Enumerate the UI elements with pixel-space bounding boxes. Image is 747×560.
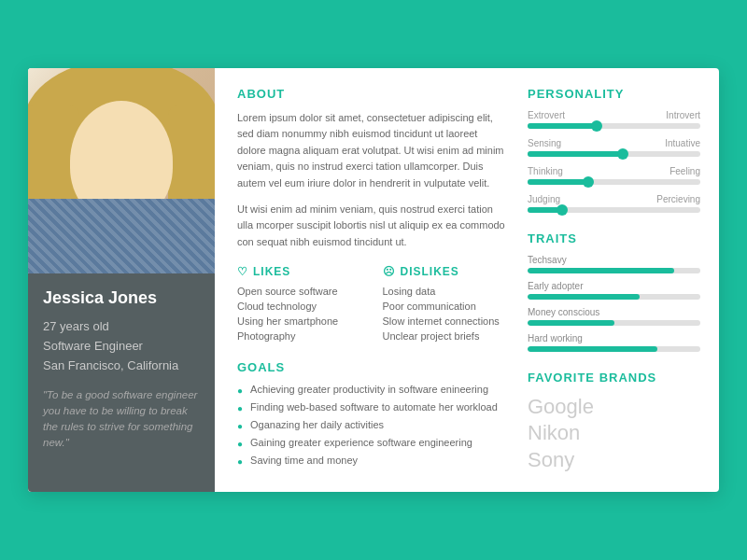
- heart-icon: [237, 265, 248, 278]
- personality-slider-row: Judging Percieving: [528, 194, 700, 213]
- about-para1: Lorem ipsum dolor sit amet, consectetuer…: [237, 110, 509, 192]
- list-item: Slow internet connections: [383, 315, 510, 327]
- slider-track[interactable]: [528, 179, 700, 185]
- trait-row: Money conscious: [528, 307, 700, 326]
- traits-title: TRAITS: [528, 231, 700, 245]
- brands-title: FAVORITE BRANDS: [528, 371, 700, 385]
- goal-item: ● Finding web-based software to automate…: [237, 401, 509, 413]
- list-item: Open source software: [237, 286, 364, 297]
- bullet-icon: ●: [237, 421, 243, 431]
- trait-fill: [528, 320, 614, 326]
- list-item: Cloud technology: [237, 301, 364, 312]
- brand-item: Nikon: [528, 420, 700, 447]
- about-section: ABOUT Lorem ipsum dolor sit amet, consec…: [237, 87, 509, 251]
- slider-labels: Extrovert Introvert: [528, 110, 700, 120]
- dislikes-title: DISLIKES: [383, 265, 510, 278]
- dislikes-column: DISLIKES Losing data Poor communication …: [383, 265, 510, 345]
- slider-left-label: Sensing: [528, 138, 561, 148]
- bullet-icon: ●: [237, 403, 243, 413]
- brand-item: Google: [528, 394, 700, 421]
- likes-column: LIKES Open source software Cloud technol…: [237, 265, 364, 345]
- trait-label: Early adopter: [528, 281, 700, 291]
- slider-thumb: [617, 148, 628, 160]
- about-title: ABOUT: [237, 87, 509, 101]
- trait-fill: [528, 294, 640, 300]
- list-item: Photography: [237, 330, 364, 342]
- profile-job: Software Engineer: [43, 339, 200, 353]
- bullet-icon: ●: [237, 439, 243, 449]
- slider-right-label: Intuative: [665, 138, 700, 148]
- profile-card: Jessica Jones 27 years old Software Engi…: [28, 68, 719, 493]
- trait-fill: [528, 268, 674, 273]
- right-panel: ABOUT Lorem ipsum dolor sit amet, consec…: [215, 68, 719, 493]
- likes-dislikes: LIKES Open source software Cloud technol…: [237, 265, 509, 345]
- goals-title: GOALS: [237, 360, 509, 374]
- list-item: Unclear project briefs: [383, 330, 510, 342]
- trait-row: Hard working: [528, 333, 700, 352]
- personality-section: PERSONALITY Extrovert Introvert Sensing …: [528, 87, 700, 213]
- goal-item: ● Achieving greater productivity in soft…: [237, 384, 509, 396]
- left-panel: Jessica Jones 27 years old Software Engi…: [28, 68, 215, 493]
- trait-label: Techsavy: [528, 255, 700, 265]
- personality-slider-row: Extrovert Introvert: [528, 110, 700, 129]
- goal-item: ● Saving time and money: [237, 455, 509, 467]
- slider-right-label: Introvert: [666, 110, 700, 120]
- profile-quote: "To be a good software engineer you have…: [43, 387, 200, 452]
- goal-item: ● Oganazing her daily activities: [237, 419, 509, 431]
- trait-track: [528, 346, 700, 352]
- about-para2: Ut wisi enim ad minim veniam, quis nostr…: [237, 202, 509, 251]
- trait-label: Hard working: [528, 333, 700, 343]
- profile-age: 27 years old: [43, 319, 200, 333]
- trait-row: Techsavy: [528, 255, 700, 273]
- personality-title: PERSONALITY: [528, 87, 700, 101]
- profile-location: San Francisco, California: [43, 358, 200, 372]
- sad-icon: [383, 265, 396, 278]
- list-item: Losing data: [383, 286, 510, 297]
- slider-right-label: Feeling: [669, 166, 700, 176]
- likes-title: LIKES: [237, 265, 364, 278]
- slider-right-label: Percieving: [656, 194, 700, 204]
- trait-row: Early adopter: [528, 281, 700, 300]
- trait-track: [528, 294, 700, 300]
- goal-item: ● Gaining greater experience software en…: [237, 437, 509, 449]
- slider-thumb: [557, 204, 568, 216]
- bullet-icon: ●: [237, 385, 243, 396]
- right-top: ABOUT Lorem ipsum dolor sit amet, consec…: [237, 87, 700, 474]
- trait-fill: [528, 346, 657, 352]
- trait-label: Money conscious: [528, 307, 700, 317]
- list-item: Poor communication: [383, 301, 510, 312]
- brands-section: FAVORITE BRANDS GoogleNikonSony: [528, 371, 700, 474]
- slider-left-label: Thinking: [528, 166, 563, 176]
- list-item: Using her smartphone: [237, 315, 364, 327]
- slider-labels: Sensing Intuative: [528, 138, 700, 148]
- traits-section: TRAITS Techsavy Early adopter Money cons…: [528, 231, 700, 352]
- goals-section: GOALS ● Achieving greater productivity i…: [237, 360, 509, 467]
- slider-left-label: Judging: [528, 194, 560, 204]
- trait-track: [528, 320, 700, 326]
- slider-fill: [528, 123, 597, 129]
- brand-item: Sony: [528, 447, 700, 474]
- slider-thumb: [583, 176, 594, 188]
- main-content: ABOUT Lorem ipsum dolor sit amet, consec…: [237, 87, 509, 474]
- slider-fill: [528, 179, 588, 185]
- slider-fill: [528, 151, 623, 157]
- bullet-icon: ●: [237, 456, 243, 467]
- profile-info: Jessica Jones 27 years old Software Engi…: [28, 273, 215, 493]
- personality-slider-row: Thinking Feeling: [528, 166, 700, 185]
- slider-labels: Thinking Feeling: [528, 166, 700, 176]
- profile-name: Jessica Jones: [43, 288, 200, 308]
- slider-labels: Judging Percieving: [528, 194, 700, 204]
- slider-thumb: [591, 120, 602, 132]
- slider-left-label: Extrovert: [528, 110, 565, 120]
- personality-panel: PERSONALITY Extrovert Introvert Sensing …: [528, 87, 700, 474]
- slider-track[interactable]: [528, 207, 700, 213]
- personality-slider-row: Sensing Intuative: [528, 138, 700, 157]
- trait-track: [528, 268, 700, 273]
- avatar: [28, 68, 215, 273]
- slider-track[interactable]: [528, 151, 700, 157]
- slider-track[interactable]: [528, 123, 700, 129]
